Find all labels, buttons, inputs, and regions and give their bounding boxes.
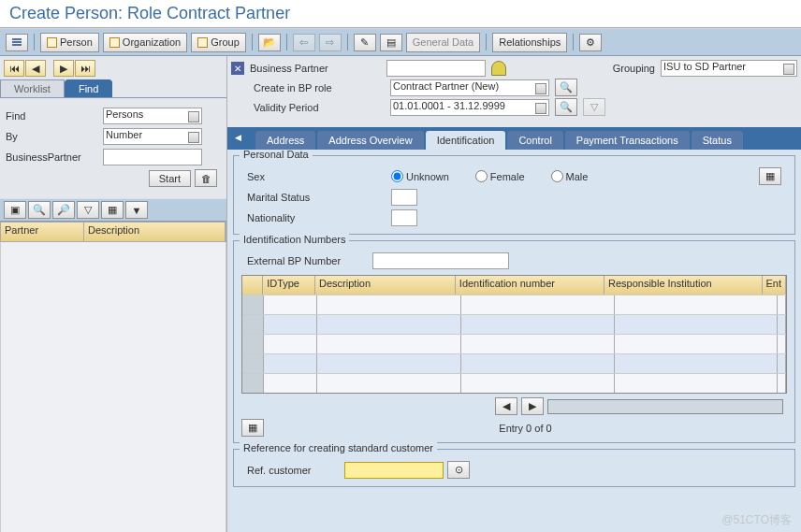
table-row[interactable] [242,373,786,393]
sex-unknown[interactable]: Unknown [391,170,449,182]
by-select[interactable]: Number [103,128,202,145]
layout-icon[interactable]: ▦ [101,201,124,219]
person-icon [491,61,506,76]
next-icon[interactable]: ▶ [53,60,74,77]
bp-header-label: Business Partner [250,63,381,74]
filter-icon[interactable]: ▽ [77,201,99,219]
role-search-icon[interactable]: 🔍 [555,79,577,96]
col-idnum[interactable]: Identification number [456,276,604,295]
role-select[interactable]: Contract Partner (New) [390,79,549,96]
col-desc[interactable]: Description [315,276,456,295]
find-select[interactable]: Persons [103,108,202,124]
validity-input[interactable]: 01.01.0001 - 31.12.9999 [390,99,549,116]
sex-male[interactable]: Male [551,170,589,182]
role-label: Create in BP role [254,82,385,93]
expand-icon[interactable]: ▦ [759,167,781,185]
open-icon[interactable]: 📂 [258,34,281,51]
marital-label: Marital Status [247,192,387,203]
col-resp[interactable]: Responsible Institution [604,276,763,295]
page-left-icon[interactable]: ◀ [495,397,517,415]
close-icon[interactable]: ✕ [231,62,244,75]
settings-icon[interactable]: ⚙ [579,34,602,51]
list-icon[interactable]: ▤ [380,34,402,51]
ref-customer-label: Ref. customer [247,465,341,476]
sex-label: Sex [247,171,387,182]
bp-input[interactable] [103,149,202,165]
main-toolbar: Person Organization Group 📂 ⇦ ⇨ ✎ ▤ Gene… [0,28,801,56]
ref-search-icon[interactable]: ⊙ [447,461,470,479]
find-label: Find [6,110,99,122]
tab-status[interactable]: Status [692,131,743,150]
tab-worklist[interactable]: Worklist [0,79,65,97]
entry-count: Entry 0 of 0 [264,423,787,434]
tab-address-overview[interactable]: Address Overview [317,131,423,150]
tab-identification[interactable]: Identification [426,131,506,150]
page-right-icon[interactable]: ▶ [521,397,544,415]
marital-input[interactable] [391,189,417,206]
tab-content: Personal Data Sex Unknown Female Male ▦ … [227,150,801,532]
grouping-label: Grouping [613,63,655,74]
find-icon[interactable]: 🔍 [28,201,51,219]
bp-label: BusinessPartner [6,151,99,163]
col-ent[interactable]: Ent [763,276,787,295]
relationships-button[interactable]: Relationships [492,33,567,52]
personal-data-group: Personal Data Sex Unknown Female Male ▦ … [233,155,795,235]
group-button[interactable]: Group [191,33,246,52]
back-icon[interactable]: ⇦ [293,34,315,51]
tab-payment[interactable]: Payment Transactions [565,131,690,150]
ext-bp-input[interactable] [372,252,509,269]
last-icon[interactable]: ⏭ [75,60,95,77]
person-button[interactable]: Person [40,33,99,52]
table-row[interactable] [242,353,786,373]
svg-rect-1 [12,41,22,43]
validity-filter-icon[interactable]: ▽ [583,98,605,116]
start-button[interactable]: Start [149,170,191,187]
menu-icon[interactable] [6,34,28,51]
general-data-button[interactable]: General Data [406,33,480,52]
row-selector-head [242,276,263,295]
check-icon[interactable]: ✎ [354,34,376,51]
main-tabs: Address Address Overview Identification … [227,127,801,150]
grouping-select[interactable]: ISU to SD Partner [661,60,797,77]
first-icon[interactable]: ⏮ [4,60,24,77]
right-pane: ✕ Business Partner Grouping ISU to SD Pa… [227,56,801,532]
grid-config-icon[interactable]: ▦ [241,419,264,437]
nationality-input[interactable] [391,209,417,226]
page-title: Create Person: Role Contract Partner [0,0,801,28]
ext-bp-label: External BP Number [247,255,369,266]
sex-female[interactable]: Female [475,170,525,182]
left-pane: ⏮ ◀ ▶ ⏭ Worklist Find FindPersons ByNumb… [0,56,227,532]
tab-find[interactable]: Find [65,79,112,97]
validity-search-icon[interactable]: 🔍 [555,98,577,116]
table-row[interactable] [242,295,786,314]
reference-group: Reference for creating standard customer… [233,449,795,487]
table-row[interactable] [242,334,786,353]
table-row[interactable] [242,314,786,334]
result-toolbar: ▣ 🔍 🔎 ▽ ▦ ▼ [0,198,226,222]
bp-id-input[interactable] [386,60,486,77]
find2-icon[interactable]: 🔎 [52,201,75,219]
tab-address[interactable]: Address [255,131,315,150]
validity-label: Validity Period [254,102,385,113]
id-numbers-group: Identification Numbers External BP Numbe… [233,240,795,443]
detail-icon[interactable]: ▣ [4,201,26,219]
svg-rect-2 [12,44,22,46]
id-grid: IDType Description Identification number… [241,275,787,394]
tab-control[interactable]: Control [507,131,562,150]
nationality-label: Nationality [247,212,387,223]
trash-icon[interactable]: 🗑 [195,169,217,187]
organization-button[interactable]: Organization [103,33,187,52]
svg-rect-0 [12,38,22,40]
h-scrollbar[interactable] [547,399,783,414]
prev-icon[interactable]: ◀ [25,60,46,77]
result-grid [0,242,226,532]
col-idtype[interactable]: IDType [263,276,315,295]
col-partner[interactable]: Partner [1,223,84,241]
ref-customer-input[interactable] [344,462,444,479]
more-icon[interactable]: ▼ [125,201,148,219]
col-description[interactable]: Description [84,223,226,241]
forward-icon[interactable]: ⇨ [319,34,342,51]
by-label: By [6,131,99,142]
